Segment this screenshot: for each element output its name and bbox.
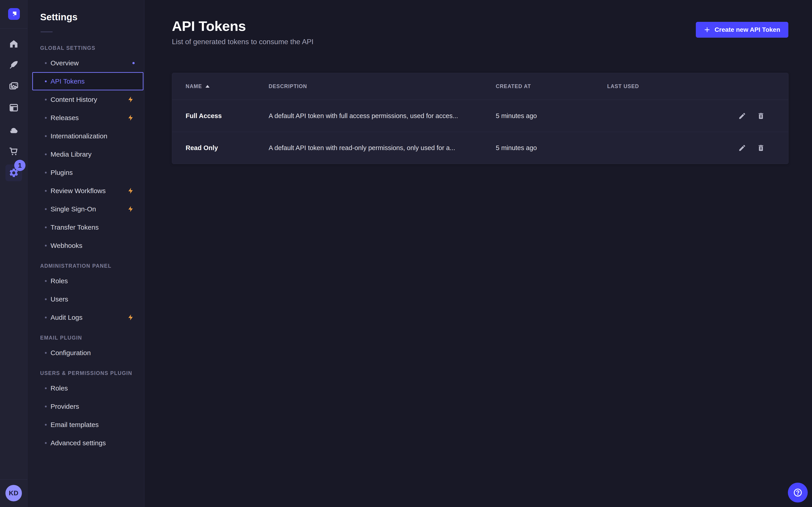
bullet-icon — [45, 117, 47, 119]
token-actions-cell — [732, 144, 775, 152]
subnav-item-plugins[interactable]: Plugins — [32, 163, 144, 182]
bullet-icon — [45, 99, 47, 101]
subnav-item-label: Overview — [51, 59, 79, 67]
cart-icon[interactable] — [7, 145, 20, 158]
subnav-item-label: Releases — [51, 114, 79, 122]
lightning-icon — [127, 187, 134, 194]
bullet-icon — [45, 135, 47, 137]
section-label: Global Settings — [28, 42, 144, 54]
subnav-item-configuration[interactable]: Configuration — [32, 344, 144, 362]
subnav-item-webhooks[interactable]: Webhooks — [32, 236, 144, 255]
media-icon[interactable] — [7, 79, 20, 93]
subnav-item-single-sign-on[interactable]: Single Sign-On — [32, 200, 144, 218]
bullet-icon — [45, 387, 47, 389]
strapi-logo[interactable] — [8, 8, 20, 20]
subnav-item-label: Webhooks — [51, 242, 82, 249]
subnav-item-media-library[interactable]: Media Library — [32, 145, 144, 163]
bullet-icon — [45, 80, 47, 82]
layout-icon[interactable] — [7, 101, 20, 114]
bullet-icon — [45, 190, 47, 192]
bullet-icon — [45, 62, 47, 64]
bullet-icon — [45, 280, 47, 282]
rail-divider-bottom — [0, 479, 28, 480]
subnav-item-advanced-settings[interactable]: Advanced settings — [32, 434, 144, 452]
token-description-cell: A default API token with full access per… — [269, 112, 496, 120]
strapi-settings-page: { "colors": { "primary": "#4945ff", "pri… — [0, 0, 812, 507]
subnav-item-internationalization[interactable]: Internationalization — [32, 127, 144, 145]
delete-trash-icon[interactable] — [757, 112, 765, 120]
token-name-cell: Read Only — [186, 144, 269, 152]
token-created-at-cell: 5 minutes ago — [496, 112, 607, 120]
gear-icon[interactable]: 1 — [5, 165, 22, 181]
subnav-item-label: API Tokens — [51, 77, 85, 85]
create-api-token-button[interactable]: Create new API Token — [696, 22, 788, 38]
token-row-read-only[interactable]: Read OnlyA default API token with read-o… — [172, 132, 788, 164]
create-api-token-label: Create new API Token — [715, 26, 780, 33]
page-header: API Tokens List of generated tokens to c… — [172, 18, 313, 46]
main-nav-rail: 1 KD — [0, 0, 28, 507]
feather-icon[interactable] — [7, 58, 20, 72]
subnav-item-content-history[interactable]: Content History — [32, 90, 144, 109]
subnav-item-label: Content History — [51, 96, 97, 103]
subnav-item-providers[interactable]: Providers — [32, 397, 144, 415]
subnav-item-label: Review Workflows — [51, 187, 106, 195]
subnav-item-releases[interactable]: Releases — [32, 109, 144, 127]
subnav-item-label: Configuration — [51, 349, 91, 357]
subnav-item-api-tokens[interactable]: API Tokens — [32, 72, 144, 90]
home-icon[interactable] — [7, 37, 20, 51]
page-subtitle: List of generated tokens to consume the … — [172, 38, 313, 46]
subnav-item-email-templates[interactable]: Email templates — [32, 415, 144, 434]
bullet-icon — [45, 298, 47, 300]
subnav-item-audit-logs[interactable]: Audit Logs — [32, 308, 144, 327]
lightning-icon — [127, 314, 134, 321]
token-created-at-cell: 5 minutes ago — [496, 144, 607, 152]
subnav-item-roles[interactable]: Roles — [32, 272, 144, 290]
subnav-item-label: Plugins — [51, 169, 72, 176]
avatar[interactable]: KD — [5, 485, 22, 501]
section-label: Administration Panel — [28, 260, 144, 272]
subnav-divider — [41, 32, 53, 32]
token-name-cell: Full Access — [186, 112, 269, 120]
delete-trash-icon[interactable] — [757, 144, 765, 152]
subnav-item-label: Users — [51, 295, 68, 303]
subnav-item-overview[interactable]: Overview — [32, 54, 144, 72]
subnav-item-users[interactable]: Users — [32, 290, 144, 308]
column-header-description: Description — [269, 83, 496, 90]
page-title: API Tokens — [172, 18, 313, 34]
lightning-icon — [127, 114, 134, 121]
column-header-last-used: Last used — [607, 83, 732, 90]
subnav-item-label: Internationalization — [51, 132, 107, 140]
bullet-icon — [45, 172, 47, 173]
subnav-item-roles[interactable]: Roles — [32, 379, 144, 397]
edit-pencil-icon[interactable] — [738, 144, 746, 152]
help-button[interactable] — [788, 483, 808, 503]
settings-subnav: Settings Global SettingsOverviewAPI Toke… — [28, 0, 144, 507]
bullet-icon — [45, 317, 47, 319]
cloud-icon[interactable] — [7, 123, 20, 137]
bullet-icon — [45, 424, 47, 426]
subnav-list: Global SettingsOverviewAPI TokensContent… — [28, 42, 144, 452]
bullet-icon — [45, 442, 47, 444]
table-header-row: Name Description Created at Last used — [172, 73, 788, 100]
bullet-icon — [45, 226, 47, 228]
notifications-badge: 1 — [14, 160, 26, 171]
bullet-icon — [45, 208, 47, 210]
column-header-name[interactable]: Name — [186, 83, 269, 90]
subnav-item-label: Audit Logs — [51, 314, 83, 321]
question-icon — [793, 488, 803, 498]
subnav-item-transfer-tokens[interactable]: Transfer Tokens — [32, 218, 144, 236]
subnav-item-review-workflows[interactable]: Review Workflows — [32, 182, 144, 200]
subnav-item-label: Roles — [51, 384, 68, 392]
edit-pencil-icon[interactable] — [738, 112, 746, 120]
token-row-full-access[interactable]: Full AccessA default API token with full… — [172, 100, 788, 132]
api-tokens-table: Name Description Created at Last used Fu… — [172, 73, 789, 164]
bullet-icon — [45, 245, 47, 246]
table-body: Full AccessA default API token with full… — [172, 100, 788, 164]
bullet-icon — [45, 406, 47, 407]
token-actions-cell — [732, 112, 775, 120]
notification-dot-icon — [133, 62, 135, 64]
subnav-item-label: Single Sign-On — [51, 205, 96, 213]
lightning-icon — [127, 96, 134, 103]
plus-icon — [704, 26, 710, 33]
subnav-item-label: Roles — [51, 277, 68, 285]
